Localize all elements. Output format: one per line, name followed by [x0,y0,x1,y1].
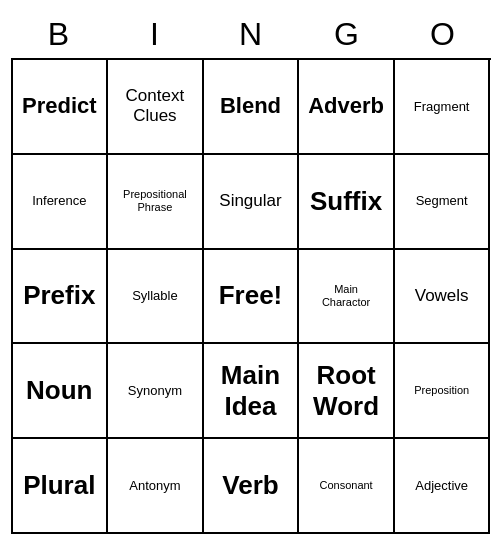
bingo-cell: Adverb [299,60,395,155]
cell-label: Noun [26,375,92,406]
cell-label: Consonant [319,479,372,492]
header-letter: G [299,10,395,58]
bingo-cell: Verb [204,439,300,534]
cell-label: Suffix [310,186,382,217]
bingo-cell: Prefix [13,250,109,345]
bingo-cell: Segment [395,155,491,250]
cell-label: Free! [219,280,283,311]
bingo-cell: Antonym [108,439,204,534]
bingo-row: PredictContextCluesBlendAdverbFragment [13,60,491,155]
cell-label: Vowels [415,286,469,306]
cell-label: Singular [219,191,281,211]
cell-label: Adverb [308,93,384,119]
bingo-cell: MainIdea [204,344,300,439]
cell-label: Predict [22,93,97,119]
header-letter: B [11,10,107,58]
cell-label: Blend [220,93,281,119]
bingo-row: NounSynonymMainIdeaRootWordPreposition [13,344,491,439]
bingo-cell: Suffix [299,155,395,250]
bingo-cell: Adjective [395,439,491,534]
bingo-cell: PrepositionalPhrase [108,155,204,250]
bingo-cell: Free! [204,250,300,345]
cell-label: Adjective [415,478,468,494]
bingo-cell: Consonant [299,439,395,534]
cell-label: RootWord [313,360,379,422]
bingo-cell: Fragment [395,60,491,155]
cell-label: Synonym [128,383,182,399]
bingo-cell: ContextClues [108,60,204,155]
bingo-cell: Synonym [108,344,204,439]
cell-label: Verb [222,470,278,501]
cell-label: MainCharactor [322,283,370,309]
bingo-grid: PredictContextCluesBlendAdverbFragmentIn… [11,58,491,534]
bingo-cell: Plural [13,439,109,534]
bingo-cell: Vowels [395,250,491,345]
cell-label: Fragment [414,99,470,115]
bingo-row: PluralAntonymVerbConsonantAdjective [13,439,491,534]
header-letter: N [203,10,299,58]
bingo-cell: Singular [204,155,300,250]
bingo-cell: Noun [13,344,109,439]
cell-label: MainIdea [221,360,280,422]
header-letter: I [107,10,203,58]
bingo-cell: MainCharactor [299,250,395,345]
cell-label: Syllable [132,288,178,304]
bingo-cell: Preposition [395,344,491,439]
bingo-cell: Blend [204,60,300,155]
bingo-header: BINGO [11,10,491,58]
cell-label: Plural [23,470,95,501]
cell-label: Prefix [23,280,95,311]
bingo-row: PrefixSyllableFree!MainCharactorVowels [13,250,491,345]
cell-label: ContextClues [126,86,185,127]
bingo-cell: Syllable [108,250,204,345]
bingo-card: BINGO PredictContextCluesBlendAdverbFrag… [11,10,491,534]
cell-label: Inference [32,193,86,209]
bingo-row: InferencePrepositionalPhraseSingularSuff… [13,155,491,250]
cell-label: PrepositionalPhrase [123,188,187,214]
bingo-cell: Predict [13,60,109,155]
bingo-cell: Inference [13,155,109,250]
bingo-cell: RootWord [299,344,395,439]
cell-label: Segment [416,193,468,209]
cell-label: Preposition [414,384,469,397]
cell-label: Antonym [129,478,180,494]
header-letter: O [395,10,491,58]
